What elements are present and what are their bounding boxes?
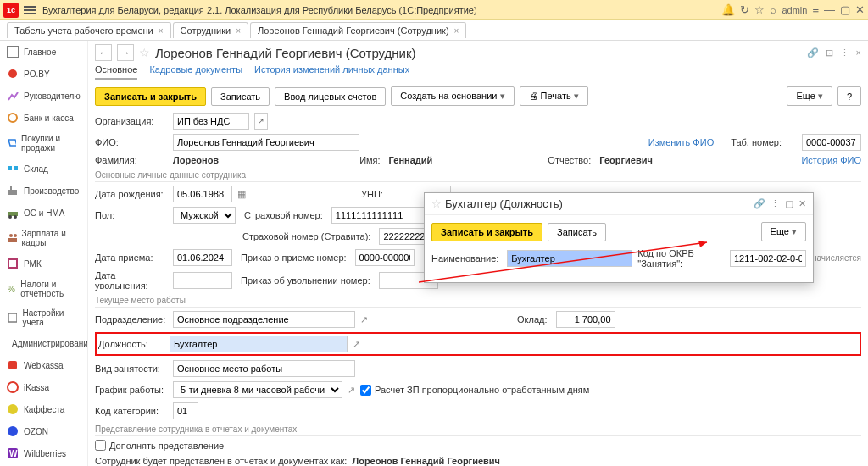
window-tabs: Табель учета рабочего времени× Сотрудник…: [0, 20, 868, 41]
more-icon[interactable]: ⋮: [840, 47, 849, 58]
close-icon[interactable]: ×: [856, 47, 861, 58]
subtab-main[interactable]: Основное: [95, 64, 137, 80]
sidebar-item-sales[interactable]: Покупки и продажи: [0, 129, 87, 158]
create-from-button[interactable]: Создать на основании: [391, 86, 514, 106]
sidebar-item-hr[interactable]: Зарплата и кадры: [0, 224, 87, 252]
sidebar-item-poby[interactable]: PO.BY: [0, 63, 87, 85]
sidebar-item-manager[interactable]: Руководителю: [0, 85, 87, 107]
org-field[interactable]: [173, 113, 249, 130]
dialog-more-button[interactable]: Еще: [761, 222, 806, 241]
more-icon[interactable]: ⋮: [771, 198, 780, 209]
svg-rect-15: [8, 313, 17, 322]
hire-order-field[interactable]: [355, 249, 415, 266]
dialog-code-field[interactable]: [730, 250, 806, 267]
close-icon[interactable]: ×: [159, 26, 164, 36]
fire-field[interactable]: [173, 272, 232, 289]
birth-field[interactable]: [173, 186, 232, 202]
sidebar-item-wildberries[interactable]: WWildberries: [0, 442, 87, 464]
maximize-icon[interactable]: ▢: [785, 198, 793, 209]
bell-icon[interactable]: 🔔: [721, 3, 735, 16]
change-fio-link[interactable]: Изменить ФИО: [648, 137, 715, 147]
more-button[interactable]: Еще: [787, 86, 832, 106]
sidebar-item-bank[interactable]: Банк и касса: [0, 107, 87, 129]
subtab-history[interactable]: История изменений личных данных: [254, 64, 409, 80]
detach-icon[interactable]: ⊡: [826, 47, 833, 58]
position-dialog: ☆ Бухгалтер (Должность) 🔗 ⋮ ▢ ✕ Записать…: [424, 192, 814, 283]
help-button[interactable]: ?: [837, 86, 861, 106]
favorite-star-icon[interactable]: ☆: [139, 46, 150, 59]
write-button[interactable]: Записать: [211, 87, 270, 106]
close-icon[interactable]: ✕: [855, 3, 865, 16]
sidebar-item-production[interactable]: Производство: [0, 180, 87, 202]
calc-zp-checkbox[interactable]: Расчет ЗП пропорционально отработанным д…: [360, 385, 589, 396]
position-row-highlight: Должность: ↗: [95, 332, 861, 356]
sidebar-item-kaffesta[interactable]: Каффеста: [0, 398, 87, 420]
close-icon[interactable]: ×: [236, 26, 241, 36]
tab-timesheet[interactable]: Табель учета рабочего времени×: [7, 22, 171, 38]
calendar-icon[interactable]: ▦: [237, 189, 246, 200]
history-icon[interactable]: ↻: [740, 3, 749, 16]
emptype-field[interactable]: [173, 360, 355, 377]
app-title: Бухгалтерия для Беларуси, редакция 2.1. …: [42, 5, 477, 15]
dialog-write-and-close-button[interactable]: Записать и закрыть: [431, 223, 542, 241]
add-repr-checkbox[interactable]: Дополнять представление: [95, 440, 861, 451]
user-label[interactable]: admin: [782, 5, 807, 15]
close-icon[interactable]: ✕: [798, 198, 806, 209]
sidebar-item-admin[interactable]: Администрирование: [0, 332, 87, 354]
fire-order-label: Приказ об увольнении номер:: [241, 275, 370, 286]
svg-rect-5: [8, 190, 17, 195]
back-button[interactable]: ←: [95, 44, 112, 61]
subtab-hr-docs[interactable]: Кадровые документы: [149, 64, 242, 80]
content: ← → ☆ Лореонов Геннадий Георгиевич (Сотр…: [88, 41, 868, 466]
dept-field[interactable]: [173, 311, 355, 328]
org-open-button[interactable]: ↗: [254, 113, 268, 130]
hire-label: Дата приема:: [95, 252, 168, 263]
menu-icon[interactable]: [22, 3, 37, 18]
svg-point-9: [14, 215, 17, 219]
favorite-star-icon[interactable]: ☆: [431, 197, 442, 210]
open-icon[interactable]: ↗: [348, 385, 355, 396]
sidebar-item-ozon[interactable]: OZON: [0, 420, 87, 442]
dialog-name-field[interactable]: [507, 250, 632, 267]
sex-select[interactable]: Мужской: [173, 207, 236, 224]
app-logo: 1c: [3, 3, 19, 18]
catcode-field[interactable]: [173, 402, 198, 419]
link-icon[interactable]: 🔗: [754, 198, 765, 209]
fio-field[interactable]: [173, 134, 359, 151]
hire-field[interactable]: [173, 249, 232, 266]
tab-employees[interactable]: Сотрудники×: [173, 22, 248, 38]
print-button[interactable]: 🖨 Печать: [520, 86, 588, 106]
close-icon[interactable]: ×: [454, 26, 459, 36]
link-icon[interactable]: 🔗: [807, 47, 819, 58]
sub-tabs: Основное Кадровые документы История изме…: [95, 64, 861, 80]
star-icon[interactable]: ☆: [754, 3, 765, 16]
sidebar-item-tax[interactable]: %Налоги и отчетность: [0, 275, 87, 303]
salary-field[interactable]: [556, 311, 615, 328]
sidebar-item-rmk[interactable]: РМК: [0, 252, 87, 275]
search-icon[interactable]: ⌕: [770, 3, 776, 16]
sidebar-item-settings[interactable]: Настройки учета: [0, 303, 87, 332]
sidebar-item-ikassa[interactable]: iKassa: [0, 376, 87, 398]
tabno-field[interactable]: [802, 134, 861, 151]
forward-button[interactable]: →: [117, 44, 134, 61]
sidebar-item-main[interactable]: Главное: [0, 41, 87, 63]
insno-field[interactable]: [331, 207, 433, 224]
dialog-write-button[interactable]: Записать: [548, 223, 606, 241]
sidebar-item-stock[interactable]: Склад: [0, 158, 87, 180]
settings-icon[interactable]: ≡: [812, 3, 819, 16]
minimize-icon[interactable]: —: [824, 3, 835, 16]
tab-employee-card[interactable]: Лореонов Геннадий Георгиевич (Сотрудник)…: [250, 22, 466, 38]
write-and-close-button[interactable]: Записать и закрыть: [95, 87, 206, 106]
sidebar-item-webkassa[interactable]: Webkassa: [0, 354, 87, 376]
open-icon[interactable]: ↗: [353, 339, 360, 350]
fio-history-link[interactable]: История ФИО: [801, 155, 861, 165]
schedule-select[interactable]: 5-ти дневка 8-ми часовой рабочий день: [173, 381, 342, 398]
open-icon[interactable]: ↗: [360, 314, 368, 325]
maximize-icon[interactable]: ▢: [840, 3, 850, 16]
face-accounts-button[interactable]: Ввод лицевых счетов: [275, 87, 386, 106]
svg-rect-18: [8, 361, 17, 369]
sidebar-item-assets[interactable]: ОС и НМА: [0, 202, 87, 224]
unp-label: УНП:: [361, 189, 383, 199]
repr-text-value: Лореонов Геннадий Георгиевич: [352, 456, 500, 466]
position-field[interactable]: [170, 336, 348, 352]
